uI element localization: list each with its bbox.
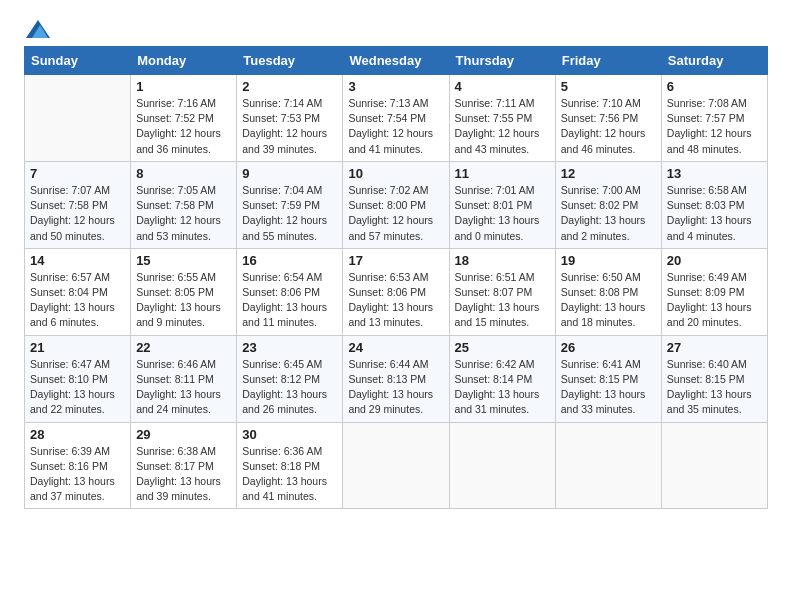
day-info: Sunrise: 6:50 AMSunset: 8:08 PMDaylight:…	[561, 270, 656, 331]
day-number: 18	[455, 253, 550, 268]
day-number: 23	[242, 340, 337, 355]
day-number: 16	[242, 253, 337, 268]
calendar-cell: 13Sunrise: 6:58 AMSunset: 8:03 PMDayligh…	[661, 161, 767, 248]
calendar-week-row: 14Sunrise: 6:57 AMSunset: 8:04 PMDayligh…	[25, 248, 768, 335]
day-info: Sunrise: 7:08 AMSunset: 7:57 PMDaylight:…	[667, 96, 762, 157]
calendar-cell: 16Sunrise: 6:54 AMSunset: 8:06 PMDayligh…	[237, 248, 343, 335]
calendar-cell: 12Sunrise: 7:00 AMSunset: 8:02 PMDayligh…	[555, 161, 661, 248]
day-number: 30	[242, 427, 337, 442]
calendar-cell: 21Sunrise: 6:47 AMSunset: 8:10 PMDayligh…	[25, 335, 131, 422]
day-number: 22	[136, 340, 231, 355]
day-of-week-header: Friday	[555, 47, 661, 75]
day-number: 13	[667, 166, 762, 181]
day-of-week-header: Thursday	[449, 47, 555, 75]
calendar-cell	[25, 75, 131, 162]
calendar-cell: 9Sunrise: 7:04 AMSunset: 7:59 PMDaylight…	[237, 161, 343, 248]
calendar-cell: 17Sunrise: 6:53 AMSunset: 8:06 PMDayligh…	[343, 248, 449, 335]
day-number: 5	[561, 79, 656, 94]
day-of-week-header: Monday	[131, 47, 237, 75]
day-info: Sunrise: 6:45 AMSunset: 8:12 PMDaylight:…	[242, 357, 337, 418]
day-info: Sunrise: 6:36 AMSunset: 8:18 PMDaylight:…	[242, 444, 337, 505]
day-info: Sunrise: 7:01 AMSunset: 8:01 PMDaylight:…	[455, 183, 550, 244]
day-info: Sunrise: 7:11 AMSunset: 7:55 PMDaylight:…	[455, 96, 550, 157]
day-number: 3	[348, 79, 443, 94]
calendar-cell: 28Sunrise: 6:39 AMSunset: 8:16 PMDayligh…	[25, 422, 131, 509]
day-info: Sunrise: 6:53 AMSunset: 8:06 PMDaylight:…	[348, 270, 443, 331]
day-of-week-header: Saturday	[661, 47, 767, 75]
day-of-week-header: Sunday	[25, 47, 131, 75]
day-number: 2	[242, 79, 337, 94]
calendar-cell: 24Sunrise: 6:44 AMSunset: 8:13 PMDayligh…	[343, 335, 449, 422]
day-info: Sunrise: 7:00 AMSunset: 8:02 PMDaylight:…	[561, 183, 656, 244]
day-info: Sunrise: 7:14 AMSunset: 7:53 PMDaylight:…	[242, 96, 337, 157]
calendar-cell: 2Sunrise: 7:14 AMSunset: 7:53 PMDaylight…	[237, 75, 343, 162]
calendar-cell: 10Sunrise: 7:02 AMSunset: 8:00 PMDayligh…	[343, 161, 449, 248]
calendar-cell	[343, 422, 449, 509]
day-of-week-header: Tuesday	[237, 47, 343, 75]
day-info: Sunrise: 6:40 AMSunset: 8:15 PMDaylight:…	[667, 357, 762, 418]
day-number: 7	[30, 166, 125, 181]
calendar-week-row: 28Sunrise: 6:39 AMSunset: 8:16 PMDayligh…	[25, 422, 768, 509]
calendar-cell: 3Sunrise: 7:13 AMSunset: 7:54 PMDaylight…	[343, 75, 449, 162]
day-info: Sunrise: 6:44 AMSunset: 8:13 PMDaylight:…	[348, 357, 443, 418]
day-info: Sunrise: 6:57 AMSunset: 8:04 PMDaylight:…	[30, 270, 125, 331]
calendar-cell: 7Sunrise: 7:07 AMSunset: 7:58 PMDaylight…	[25, 161, 131, 248]
calendar-week-row: 21Sunrise: 6:47 AMSunset: 8:10 PMDayligh…	[25, 335, 768, 422]
calendar-week-row: 7Sunrise: 7:07 AMSunset: 7:58 PMDaylight…	[25, 161, 768, 248]
day-number: 20	[667, 253, 762, 268]
calendar-cell	[661, 422, 767, 509]
day-number: 11	[455, 166, 550, 181]
day-info: Sunrise: 7:04 AMSunset: 7:59 PMDaylight:…	[242, 183, 337, 244]
calendar-cell: 11Sunrise: 7:01 AMSunset: 8:01 PMDayligh…	[449, 161, 555, 248]
day-number: 24	[348, 340, 443, 355]
day-info: Sunrise: 6:46 AMSunset: 8:11 PMDaylight:…	[136, 357, 231, 418]
calendar-cell: 6Sunrise: 7:08 AMSunset: 7:57 PMDaylight…	[661, 75, 767, 162]
calendar-cell: 19Sunrise: 6:50 AMSunset: 8:08 PMDayligh…	[555, 248, 661, 335]
logo	[24, 20, 50, 38]
day-of-week-header: Wednesday	[343, 47, 449, 75]
calendar-cell: 15Sunrise: 6:55 AMSunset: 8:05 PMDayligh…	[131, 248, 237, 335]
day-info: Sunrise: 6:55 AMSunset: 8:05 PMDaylight:…	[136, 270, 231, 331]
calendar-cell: 1Sunrise: 7:16 AMSunset: 7:52 PMDaylight…	[131, 75, 237, 162]
calendar-cell	[555, 422, 661, 509]
calendar-cell: 22Sunrise: 6:46 AMSunset: 8:11 PMDayligh…	[131, 335, 237, 422]
calendar-cell: 26Sunrise: 6:41 AMSunset: 8:15 PMDayligh…	[555, 335, 661, 422]
calendar-cell: 23Sunrise: 6:45 AMSunset: 8:12 PMDayligh…	[237, 335, 343, 422]
day-info: Sunrise: 6:41 AMSunset: 8:15 PMDaylight:…	[561, 357, 656, 418]
day-number: 19	[561, 253, 656, 268]
day-number: 10	[348, 166, 443, 181]
day-number: 17	[348, 253, 443, 268]
day-info: Sunrise: 6:38 AMSunset: 8:17 PMDaylight:…	[136, 444, 231, 505]
day-number: 8	[136, 166, 231, 181]
day-info: Sunrise: 6:58 AMSunset: 8:03 PMDaylight:…	[667, 183, 762, 244]
calendar-cell: 29Sunrise: 6:38 AMSunset: 8:17 PMDayligh…	[131, 422, 237, 509]
day-number: 21	[30, 340, 125, 355]
day-info: Sunrise: 7:07 AMSunset: 7:58 PMDaylight:…	[30, 183, 125, 244]
day-info: Sunrise: 6:39 AMSunset: 8:16 PMDaylight:…	[30, 444, 125, 505]
calendar-cell: 8Sunrise: 7:05 AMSunset: 7:58 PMDaylight…	[131, 161, 237, 248]
calendar-cell: 25Sunrise: 6:42 AMSunset: 8:14 PMDayligh…	[449, 335, 555, 422]
day-number: 29	[136, 427, 231, 442]
calendar-cell	[449, 422, 555, 509]
day-info: Sunrise: 6:54 AMSunset: 8:06 PMDaylight:…	[242, 270, 337, 331]
day-info: Sunrise: 7:02 AMSunset: 8:00 PMDaylight:…	[348, 183, 443, 244]
day-info: Sunrise: 6:47 AMSunset: 8:10 PMDaylight:…	[30, 357, 125, 418]
day-number: 9	[242, 166, 337, 181]
day-number: 12	[561, 166, 656, 181]
day-info: Sunrise: 7:10 AMSunset: 7:56 PMDaylight:…	[561, 96, 656, 157]
calendar-cell: 20Sunrise: 6:49 AMSunset: 8:09 PMDayligh…	[661, 248, 767, 335]
calendar-cell: 5Sunrise: 7:10 AMSunset: 7:56 PMDaylight…	[555, 75, 661, 162]
day-number: 6	[667, 79, 762, 94]
calendar-table: SundayMondayTuesdayWednesdayThursdayFrid…	[24, 46, 768, 509]
calendar-header-row: SundayMondayTuesdayWednesdayThursdayFrid…	[25, 47, 768, 75]
day-number: 1	[136, 79, 231, 94]
day-number: 26	[561, 340, 656, 355]
day-info: Sunrise: 6:51 AMSunset: 8:07 PMDaylight:…	[455, 270, 550, 331]
day-number: 25	[455, 340, 550, 355]
day-number: 15	[136, 253, 231, 268]
day-info: Sunrise: 6:42 AMSunset: 8:14 PMDaylight:…	[455, 357, 550, 418]
calendar-cell: 30Sunrise: 6:36 AMSunset: 8:18 PMDayligh…	[237, 422, 343, 509]
day-info: Sunrise: 7:05 AMSunset: 7:58 PMDaylight:…	[136, 183, 231, 244]
calendar-week-row: 1Sunrise: 7:16 AMSunset: 7:52 PMDaylight…	[25, 75, 768, 162]
day-number: 27	[667, 340, 762, 355]
